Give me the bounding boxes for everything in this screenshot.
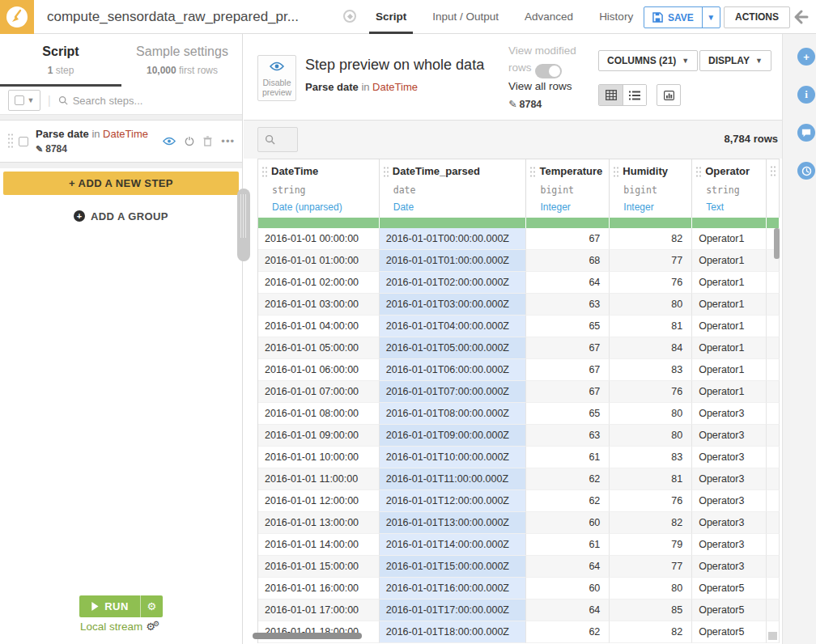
table-cell[interactable]: 2016-01-01T10:00:00.000Z (380, 447, 527, 468)
select-all-steps-dropdown[interactable]: ▼ (8, 90, 40, 111)
table-cell[interactable]: 85 (610, 600, 692, 621)
display-button[interactable]: DISPLAY▼ (699, 50, 771, 71)
table-cell[interactable]: 64 (526, 600, 610, 621)
table-cell[interactable]: 2016-01-01T03:00:00.000Z (380, 294, 527, 316)
table-cell[interactable]: 76 (610, 381, 692, 403)
tab-input-output[interactable]: Input / Output (419, 0, 512, 34)
comments-panel-button[interactable] (797, 124, 815, 142)
table-cell[interactable]: 2016-01-01T09:00:00.000Z (380, 425, 527, 447)
column-meaning[interactable]: Date (unparsed) (272, 201, 379, 213)
table-cell[interactable]: Operator1 (692, 250, 767, 272)
table-cell[interactable]: 63 (526, 294, 610, 316)
table-cell[interactable] (767, 337, 780, 359)
quality-bar-segment[interactable] (526, 218, 610, 228)
search-steps-input[interactable] (73, 95, 194, 107)
navigate-flow-icon[interactable] (343, 10, 356, 23)
add-panel-button[interactable]: + (797, 48, 815, 66)
column-meaning[interactable]: Text (706, 201, 766, 213)
save-button[interactable]: SAVE (644, 7, 702, 28)
column-header-Operator[interactable]: OperatorstringText (692, 159, 767, 218)
table-cell[interactable]: 83 (610, 447, 692, 468)
table-cell[interactable]: 2016-01-01T01:00:00.000Z (380, 250, 527, 272)
drag-handle-icon[interactable] (613, 166, 619, 177)
step-checkbox[interactable] (19, 137, 28, 146)
table-cell[interactable]: Operator1 (692, 272, 767, 294)
table-row[interactable]: 2016-01-01 08:00:002016-01-01T08:00:00.0… (258, 403, 780, 425)
drag-handle-icon[interactable] (7, 133, 14, 150)
column-header-Humidity[interactable]: HumiditybigintInteger (610, 159, 692, 218)
quality-bar-segment[interactable] (258, 218, 380, 228)
run-button[interactable]: RUN (79, 595, 140, 617)
table-cell[interactable]: 2016-01-01 16:00:00 (258, 578, 380, 600)
drag-handle-icon[interactable] (529, 166, 536, 177)
table-cell[interactable]: 67 (526, 337, 610, 359)
table-cell[interactable]: 63 (526, 425, 610, 447)
table-cell[interactable]: 2016-01-01T14:00:00.000Z (380, 534, 527, 556)
info-panel-button[interactable]: i (797, 86, 815, 104)
table-cell[interactable]: 80 (610, 578, 692, 600)
column-header-clipped[interactable]: bigintInteger (767, 159, 780, 218)
column-header-DateTime_parsed[interactable]: DateTime_parseddateDate (380, 159, 527, 218)
table-cell[interactable]: Operator3 (692, 490, 767, 512)
table-cell[interactable]: 80 (610, 294, 692, 316)
table-cell[interactable]: 82 (610, 512, 692, 534)
table-cell[interactable]: 2016-01-01 00:00:00 (258, 228, 380, 250)
drag-handle-icon[interactable] (770, 165, 776, 176)
table-cell[interactable]: 67 (526, 359, 610, 381)
table-row[interactable]: 2016-01-01 04:00:002016-01-01T04:00:00.0… (258, 316, 780, 337)
tab-script[interactable]: Script (363, 0, 419, 34)
table-cell[interactable] (767, 447, 780, 468)
analyze-view-button[interactable] (657, 84, 681, 106)
table-cell[interactable]: 2016-01-01T12:00:00.000Z (380, 490, 527, 512)
table-row[interactable]: 2016-01-01 01:00:002016-01-01T01:00:00.0… (258, 250, 780, 272)
table-cell[interactable]: 2016-01-01T08:00:00.000Z (380, 403, 527, 425)
table-cell[interactable]: 76 (610, 490, 692, 512)
quality-bar-segment[interactable] (767, 218, 780, 228)
table-row[interactable]: 2016-01-01 12:00:002016-01-01T12:00:00.0… (258, 490, 780, 512)
table-cell[interactable]: Operator3 (692, 447, 767, 468)
table-cell[interactable] (767, 316, 780, 337)
table-cell[interactable] (767, 600, 780, 621)
table-cell[interactable]: 2016-01-01 07:00:00 (258, 381, 380, 403)
table-cell[interactable]: 2016-01-01 12:00:00 (258, 490, 380, 512)
table-cell[interactable]: 2016-01-01 05:00:00 (258, 337, 380, 359)
table-cell[interactable]: 79 (610, 534, 692, 556)
table-cell[interactable] (767, 294, 780, 316)
table-cell[interactable]: 62 (526, 468, 610, 490)
step-card-parse-date[interactable]: Parse date in DateTime ✎8784 ••• (0, 120, 242, 163)
table-cell[interactable]: 60 (526, 512, 610, 534)
table-row[interactable]: 2016-01-01 06:00:002016-01-01T06:00:00.0… (258, 359, 780, 381)
delete-step-icon[interactable] (203, 136, 212, 146)
table-cell[interactable]: 2016-01-01 15:00:00 (258, 556, 380, 578)
table-cell[interactable]: 2016-01-01T16:00:00.000Z (380, 578, 527, 600)
horizontal-scrollbar[interactable] (253, 633, 362, 639)
table-cell[interactable]: Operator1 (692, 294, 767, 316)
drag-handle-icon[interactable] (695, 166, 702, 177)
table-cell[interactable]: 64 (526, 556, 610, 578)
table-cell[interactable] (767, 381, 780, 403)
left-tab-sample-settings[interactable]: Sample settings 10,000 first rows (121, 34, 243, 76)
table-cell[interactable]: 62 (526, 490, 610, 512)
save-dropdown-button[interactable]: ▼ (702, 7, 720, 28)
table-cell[interactable]: Operator3 (692, 556, 767, 578)
table-cell[interactable]: 76 (610, 272, 692, 294)
table-cell[interactable]: 2016-01-01T02:00:00.000Z (380, 272, 527, 294)
table-cell[interactable]: 2016-01-01T13:00:00.000Z (380, 512, 527, 534)
table-cell[interactable]: Operator3 (692, 534, 767, 556)
column-meaning[interactable]: Integer (540, 201, 609, 213)
tab-advanced[interactable]: Advanced (512, 0, 586, 34)
table-row[interactable]: 2016-01-01 02:00:002016-01-01T02:00:00.0… (258, 272, 780, 294)
table-cell[interactable]: 2016-01-01 03:00:00 (258, 294, 380, 316)
table-cell[interactable]: 2016-01-01 13:00:00 (258, 512, 380, 534)
table-cell[interactable]: 2016-01-01T17:00:00.000Z (380, 600, 527, 621)
table-cell[interactable]: Operator3 (692, 403, 767, 425)
table-cell[interactable] (767, 556, 780, 578)
table-cell[interactable]: 2016-01-01 06:00:00 (258, 359, 380, 381)
add-group-button[interactable]: + ADD A GROUP (0, 207, 242, 225)
table-row[interactable]: 2016-01-01 10:00:002016-01-01T10:00:00.0… (258, 447, 780, 468)
left-tab-script[interactable]: Script 1 step (0, 34, 121, 76)
table-cell[interactable]: 68 (526, 250, 610, 272)
table-cell[interactable]: Operator1 (692, 359, 767, 381)
column-header-DateTime[interactable]: DateTimestringDate (unparsed) (258, 159, 380, 218)
table-cell[interactable]: 2016-01-01T05:00:00.000Z (380, 337, 527, 359)
